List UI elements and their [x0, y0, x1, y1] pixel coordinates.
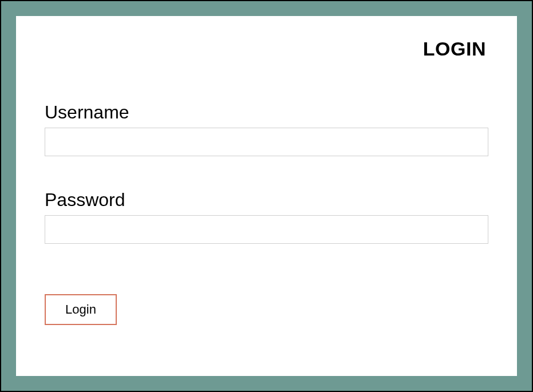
- page-title: LOGIN: [423, 38, 486, 60]
- password-label: Password: [45, 189, 488, 211]
- login-form: Username Password Login: [45, 39, 488, 325]
- login-button[interactable]: Login: [45, 294, 117, 325]
- password-input[interactable]: [45, 215, 488, 244]
- username-field-group: Username: [45, 102, 488, 156]
- password-field-group: Password: [45, 189, 488, 244]
- username-input[interactable]: [45, 128, 488, 156]
- login-panel: LOGIN Username Password Login: [16, 16, 517, 376]
- username-label: Username: [45, 102, 488, 123]
- window-frame: LOGIN Username Password Login: [0, 0, 533, 392]
